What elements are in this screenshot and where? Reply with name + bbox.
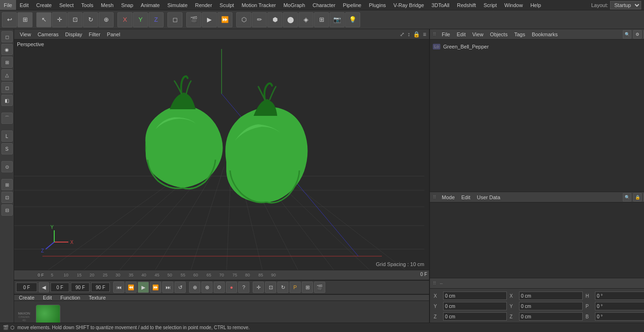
viewport-arrows-icon[interactable]: ↕: [407, 31, 410, 38]
menu-tools[interactable]: Tools: [77, 0, 97, 10]
scale-tool[interactable]: ⊡: [67, 12, 83, 27]
sidebar-tool2[interactable]: L: [1, 130, 13, 142]
axis-y[interactable]: Y: [133, 12, 148, 27]
object-mode[interactable]: ◻: [167, 12, 182, 27]
obj-menu-view[interactable]: View: [471, 32, 486, 37]
menu-file[interactable]: File: [0, 0, 16, 10]
status-icon1[interactable]: 🎬: [3, 325, 8, 330]
obj-search-icon[interactable]: 🔍: [623, 30, 631, 39]
attr-search-icon[interactable]: 🔍: [623, 193, 631, 202]
viewport-menu-icon[interactable]: ≡: [423, 31, 426, 38]
view-grid[interactable]: ⊞: [314, 12, 329, 27]
attr-menu-userdata[interactable]: User Data: [475, 194, 503, 200]
mat-menu-edit[interactable]: Edit: [41, 295, 54, 300]
view-cube[interactable]: ⬡: [236, 12, 251, 27]
y-pos-input[interactable]: [443, 302, 507, 310]
viewport-lock-icon[interactable]: 🔒: [413, 31, 420, 38]
menu-plugins[interactable]: Plugins: [365, 0, 389, 10]
obj-menu-objects[interactable]: Objects: [488, 32, 509, 37]
menu-3dtoall[interactable]: 3DToAll: [428, 0, 453, 10]
view-polygon[interactable]: ⬢: [267, 12, 282, 27]
viewport-menu-view[interactable]: View: [17, 30, 34, 39]
redo-button[interactable]: ⊞: [17, 12, 33, 27]
menu-character[interactable]: Character: [309, 0, 339, 10]
transform-tool2[interactable]: ✛: [253, 282, 264, 293]
play-prev-btn[interactable]: ⏪: [125, 282, 137, 293]
obj-menu-bookmarks[interactable]: Bookmarks: [530, 32, 560, 37]
menu-select[interactable]: Select: [56, 0, 78, 10]
y-size-input[interactable]: [519, 302, 583, 310]
play-mode-btn[interactable]: P: [289, 282, 301, 293]
attr-lock-icon[interactable]: 🔒: [633, 193, 642, 202]
keyframe-del-btn[interactable]: ⊗: [201, 282, 213, 293]
frame-preview-end[interactable]: [91, 283, 110, 292]
menu-script[interactable]: Script: [480, 0, 501, 10]
menu-mesh[interactable]: Mesh: [97, 0, 117, 10]
object-row-pepper[interactable]: Lo Green_Bell_Pepper: [431, 41, 644, 52]
menu-window[interactable]: Window: [501, 0, 527, 10]
menu-simulate[interactable]: Simulate: [164, 0, 191, 10]
menu-animate[interactable]: Animate: [137, 0, 164, 10]
sidebar-mode6[interactable]: ◧: [1, 95, 13, 106]
grid-btn[interactable]: ⊞: [302, 282, 313, 293]
attr-menu-edit[interactable]: Edit: [460, 194, 472, 200]
viewport-menu-display[interactable]: Display: [62, 30, 85, 39]
frame-end-input[interactable]: [71, 283, 90, 292]
view-uvw[interactable]: ◈: [298, 12, 314, 27]
menu-help[interactable]: Help: [527, 0, 545, 10]
b-input[interactable]: [595, 312, 644, 321]
view-paint[interactable]: ✏: [252, 12, 267, 27]
layout-select[interactable]: Startup: [610, 1, 641, 9]
menu-snap[interactable]: Snap: [117, 0, 137, 10]
h-input[interactable]: [595, 292, 644, 300]
mat-menu-create[interactable]: Create: [17, 295, 36, 300]
obj-menu-edit[interactable]: Edit: [455, 32, 468, 37]
x-pos-input[interactable]: [443, 292, 507, 300]
menu-vray[interactable]: V-Ray Bridge: [390, 0, 428, 10]
sidebar-mode4[interactable]: △: [1, 69, 13, 81]
frame-prev-btn[interactable]: ◀: [39, 282, 49, 292]
sidebar-tool3[interactable]: S: [1, 143, 13, 154]
rotate-tool[interactable]: ↻: [83, 12, 98, 27]
render-active[interactable]: ▶: [202, 12, 217, 27]
menu-mograph[interactable]: MoGraph: [280, 0, 309, 10]
p-input[interactable]: [595, 302, 644, 310]
viewport-menu-filter[interactable]: Filter: [86, 30, 103, 39]
obj-settings-icon[interactable]: ⚙: [633, 30, 642, 39]
sidebar-tool6[interactable]: ⊡: [1, 192, 13, 203]
viewport-3d[interactable]: Perspective: [14, 40, 429, 270]
sidebar-mode5[interactable]: ◻: [1, 82, 13, 93]
render-mode-btn[interactable]: 🎬: [314, 282, 325, 293]
render-region[interactable]: 🎬: [186, 12, 201, 27]
menu-create[interactable]: Create: [33, 0, 56, 10]
view-camera[interactable]: 📷: [330, 12, 345, 27]
keyframe-add-btn[interactable]: ⊕: [189, 282, 200, 293]
sidebar-tool4[interactable]: ⊙: [1, 161, 13, 172]
obj-menu-file[interactable]: File: [440, 32, 452, 37]
menu-render[interactable]: Render: [191, 0, 216, 10]
play-loop-btn[interactable]: ↺: [174, 282, 186, 293]
sidebar-tool7[interactable]: ⊟: [1, 204, 13, 216]
attr-menu-mode[interactable]: Mode: [440, 194, 457, 200]
sidebar-tool1[interactable]: ⌒: [1, 113, 13, 124]
status-icon2[interactable]: ⬡: [10, 325, 15, 330]
motion-path-btn[interactable]: ?: [238, 282, 249, 293]
select-tool[interactable]: ↖: [36, 12, 51, 27]
keyframe-auto-btn[interactable]: ⚙: [214, 282, 225, 293]
record-btn[interactable]: ●: [226, 282, 237, 293]
render-all[interactable]: ⏩: [217, 12, 232, 27]
sidebar-mode2[interactable]: ◉: [1, 44, 13, 55]
play-last-btn[interactable]: ⏭: [162, 282, 173, 293]
axis-x[interactable]: X: [117, 12, 132, 27]
undo-button[interactable]: ↩: [2, 12, 17, 27]
menu-sculpt[interactable]: Sculpt: [216, 0, 238, 10]
frame-current-input[interactable]: [50, 283, 69, 292]
obj-menu-tags[interactable]: Tags: [512, 32, 527, 37]
sidebar-mode1[interactable]: ◻: [1, 31, 13, 42]
menu-edit[interactable]: Edit: [16, 0, 33, 10]
view-select[interactable]: ⬤: [283, 12, 298, 27]
sidebar-tool5[interactable]: ⊞: [1, 179, 13, 190]
menu-motion-tracker[interactable]: Motion Tracker: [238, 0, 280, 10]
play-btn[interactable]: ▶: [138, 282, 149, 293]
z-pos-input[interactable]: [443, 312, 507, 321]
